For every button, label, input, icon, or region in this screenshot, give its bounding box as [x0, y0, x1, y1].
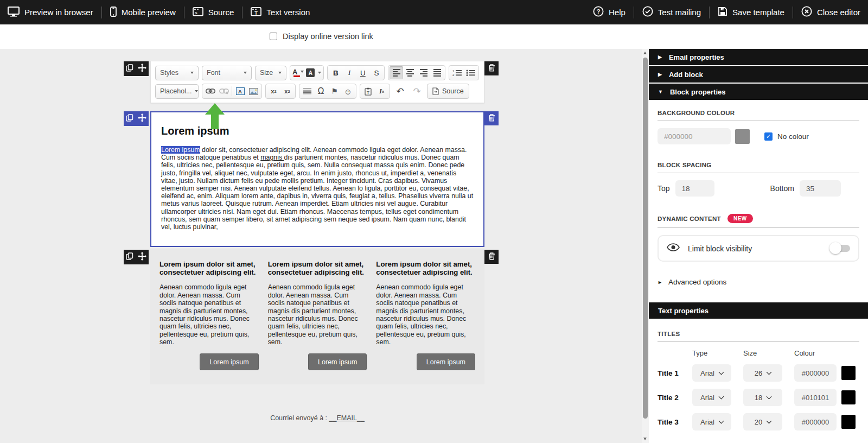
- email-paragraph: Lorem ipsum dolor sit, consectetuer adip…: [161, 146, 474, 231]
- anchor-field-button[interactable]: A: [233, 85, 247, 98]
- help-button[interactable]: ? Help: [593, 6, 626, 18]
- accordion-text-properties[interactable]: Text properties: [649, 302, 868, 319]
- background-colour-input[interactable]: [658, 128, 731, 144]
- placeholder-dropdown[interactable]: Placehol...: [155, 84, 199, 99]
- delete-columns-block-button[interactable]: [484, 250, 499, 264]
- title1-size-select[interactable]: 26: [743, 364, 782, 382]
- redo-button[interactable]: ↷: [410, 85, 424, 98]
- properties-sidebar: ▶ Email properties ▶ Add block ▼ Block p…: [649, 49, 868, 443]
- delete-selected-block-button[interactable]: [484, 111, 499, 125]
- accordion-add-block[interactable]: ▶ Add block: [649, 66, 868, 83]
- title2-size-select[interactable]: 18: [743, 389, 782, 406]
- size-value: 26: [755, 369, 762, 377]
- bold-button[interactable]: B: [329, 66, 342, 79]
- title3-colour-value[interactable]: #000000: [794, 413, 837, 431]
- strikethrough-button[interactable]: S: [369, 66, 383, 79]
- colour-swatch-gray[interactable]: [735, 129, 750, 144]
- no-colour-checkbox[interactable]: ✓: [764, 132, 773, 141]
- align-center-button[interactable]: [403, 66, 417, 79]
- spacing-bottom-input[interactable]: [800, 180, 841, 197]
- save-icon: [718, 7, 727, 18]
- accordion-label: Email properties: [669, 53, 724, 61]
- lorem-ipsum-button[interactable]: Lorem ipsum: [200, 353, 258, 370]
- align-center-icon: [406, 69, 414, 77]
- columns-block-drag-handle[interactable]: [124, 250, 149, 264]
- titles-header: TITLES: [658, 331, 859, 342]
- superscript-button[interactable]: x2: [280, 85, 294, 98]
- title2-colour-value[interactable]: #010101: [794, 389, 837, 406]
- align-right-button[interactable]: [417, 66, 430, 79]
- unlink-button[interactable]: [217, 85, 231, 98]
- title1-type-select[interactable]: Arial: [692, 364, 731, 382]
- chevron-right-icon: ▶: [658, 72, 662, 77]
- trash-icon: [488, 64, 495, 74]
- title2-colour-swatch[interactable]: [841, 390, 856, 404]
- source-view-button[interactable]: Source: [427, 84, 469, 99]
- title1-colour-value[interactable]: #000000: [794, 364, 837, 382]
- styles-dropdown[interactable]: Styles: [155, 66, 199, 80]
- scrollbar-thumb[interactable]: [643, 58, 648, 419]
- accordion-email-properties[interactable]: ▶ Email properties: [649, 49, 868, 65]
- limit-visibility-label: Limit block visibility: [688, 244, 824, 253]
- background-color-button[interactable]: A: [305, 66, 322, 79]
- text-version-button[interactable]: T Text version: [251, 7, 310, 18]
- accordion-block-properties[interactable]: ▼ Block properties: [649, 84, 868, 100]
- background-colour-header: BACKGROUND COLOUR: [658, 110, 859, 121]
- justify-button[interactable]: [430, 66, 444, 79]
- size-dropdown[interactable]: Size: [255, 66, 286, 80]
- subscript-button[interactable]: x2: [267, 85, 280, 98]
- test-mailing-button[interactable]: Test mailing: [642, 6, 701, 18]
- text-color-button[interactable]: A: [291, 66, 305, 79]
- emoji-button[interactable]: ☺: [341, 85, 355, 98]
- horizontal-rule-button[interactable]: [301, 85, 314, 98]
- close-editor-button[interactable]: Close editor: [801, 6, 860, 18]
- bullet-list-icon: [466, 69, 475, 77]
- alignment-button-group: [388, 65, 445, 80]
- three-column-block[interactable]: Lorem ipsum dolor sit amet, consectetuer…: [150, 249, 484, 384]
- scroll-up-arrow[interactable]: [643, 52, 647, 54]
- italic-button[interactable]: I: [342, 66, 356, 79]
- script-button-group: x2 x2: [265, 84, 296, 99]
- text-block-editable[interactable]: Lorem ipsum Lorem ipsum dolor sit, conse…: [150, 111, 484, 247]
- insert-link-button[interactable]: [203, 85, 217, 98]
- chevron-down-icon: [767, 369, 772, 375]
- column-heading: Lorem ipsum dolor sit amet, consectetuer…: [376, 260, 475, 276]
- limit-visibility-toggle[interactable]: [832, 245, 850, 252]
- special-char-button[interactable]: Ω: [314, 85, 328, 98]
- toolbar-separator: [793, 7, 793, 18]
- title3-type-select[interactable]: Arial: [692, 413, 731, 431]
- monitor-icon: [8, 7, 20, 18]
- paste-text-button[interactable]: T: [361, 85, 375, 98]
- delete-block-button[interactable]: [484, 61, 499, 75]
- vertical-scrollbar[interactable]: [642, 49, 649, 443]
- advanced-options-toggle[interactable]: ► Advanced options: [658, 278, 859, 286]
- title1-colour-swatch[interactable]: [841, 366, 856, 380]
- remove-format-button[interactable]: Ix: [375, 85, 388, 98]
- lorem-ipsum-button[interactable]: Lorem ipsum: [417, 353, 475, 370]
- display-online-version-checkbox[interactable]: Display online version link: [270, 32, 373, 41]
- flag-button[interactable]: ⚑: [328, 85, 341, 98]
- insert-image-button[interactable]: [247, 85, 260, 98]
- selected-block-drag-handle[interactable]: [124, 111, 149, 126]
- source-button[interactable]: >_ Source: [193, 7, 234, 18]
- undo-button[interactable]: ↶: [393, 85, 407, 98]
- test-mailing-label: Test mailing: [658, 8, 701, 17]
- top-label: Top: [658, 184, 670, 193]
- align-left-button[interactable]: [390, 66, 403, 79]
- svg-text:T: T: [255, 10, 258, 16]
- title3-size-select[interactable]: 20: [743, 413, 782, 431]
- lorem-ipsum-button[interactable]: Lorem ipsum: [308, 353, 367, 370]
- title3-colour-swatch[interactable]: [841, 415, 856, 429]
- preview-in-browser-button[interactable]: Preview in browser: [8, 7, 93, 18]
- spacing-top-input[interactable]: [675, 180, 714, 197]
- save-template-button[interactable]: Save template: [718, 7, 784, 18]
- bullet-list-button[interactable]: [464, 66, 477, 79]
- title2-type-select[interactable]: Arial: [692, 389, 731, 406]
- scroll-down-arrow[interactable]: [643, 438, 647, 440]
- title-name: Title 3: [658, 418, 692, 426]
- underline-button[interactable]: U: [356, 66, 369, 79]
- block-drag-handle[interactable]: [124, 61, 149, 76]
- numbered-list-button[interactable]: 12: [450, 66, 464, 79]
- mobile-preview-button[interactable]: Mobile preview: [110, 7, 176, 18]
- font-dropdown[interactable]: Font: [202, 66, 252, 80]
